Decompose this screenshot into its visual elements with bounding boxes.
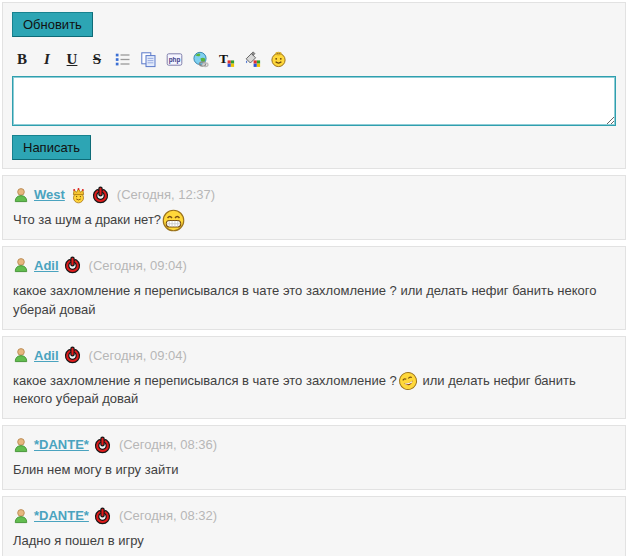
message-time: (Сегодня, 09:04): [89, 348, 187, 363]
grin-emoji-icon: [162, 209, 185, 232]
message-row: *DANTE* (Сегодня, 08:32) Ладно я пошел в…: [2, 496, 626, 556]
list-icon[interactable]: [114, 51, 131, 68]
fill-color-icon[interactable]: [244, 51, 261, 68]
username-link[interactable]: West: [34, 187, 65, 202]
underline-button[interactable]: U: [64, 51, 80, 68]
username-link[interactable]: *DANTE*: [34, 437, 89, 452]
message-time: (Сегодня, 09:04): [89, 258, 187, 273]
smiley-icon[interactable]: [270, 51, 287, 68]
post-form: Обновить B I U S Написать: [2, 2, 626, 169]
message-time: (Сегодня, 12:37): [117, 187, 215, 202]
username-link[interactable]: Adil: [34, 348, 59, 363]
strikethrough-button[interactable]: S: [89, 51, 105, 68]
message-text: Блин нем могу в игру зайти: [13, 461, 615, 480]
message-text: какое захломление я переписывался в чате…: [13, 282, 615, 320]
message-row: *DANTE* (Сегодня, 08:36) Блин нем могу в…: [2, 425, 626, 490]
message-time: (Сегодня, 08:36): [119, 437, 217, 452]
globe-link-icon[interactable]: [192, 51, 209, 68]
power-icon: [64, 346, 81, 364]
message-row: West (Сегодня, 12:37) Что за шум а драки…: [2, 175, 626, 240]
post-button[interactable]: Написать: [12, 135, 91, 160]
user-avatar-icon: [13, 437, 29, 453]
copy-icon[interactable]: [140, 51, 157, 68]
user-avatar-icon: [13, 257, 29, 273]
bold-button[interactable]: B: [14, 51, 30, 68]
php-icon[interactable]: [166, 51, 183, 68]
refresh-button[interactable]: Обновить: [12, 12, 93, 37]
message-text: Ладно я пошел в игру: [13, 532, 615, 551]
message-text-span: Что за шум а драки нет?: [13, 212, 161, 227]
italic-button[interactable]: I: [39, 51, 55, 68]
message-time: (Сегодня, 08:32): [119, 508, 217, 523]
power-icon: [64, 256, 81, 274]
bbcode-toolbar: B I U S: [14, 50, 616, 69]
font-color-icon[interactable]: [218, 51, 235, 68]
message-input[interactable]: [12, 76, 616, 126]
power-icon: [94, 507, 111, 525]
crown-icon: [70, 186, 87, 204]
username-link[interactable]: *DANTE*: [34, 508, 89, 523]
message-text: Что за шум а драки нет?: [13, 211, 615, 230]
user-avatar-icon: [13, 347, 29, 363]
message-row: Adil (Сегодня, 09:04) какое захломление …: [2, 246, 626, 330]
username-link[interactable]: Adil: [34, 258, 59, 273]
power-icon: [94, 436, 111, 454]
message-text-span: какое захломление я переписывался в чате…: [13, 373, 397, 388]
power-icon: [92, 186, 109, 204]
message-row: Adil (Сегодня, 09:04) какое захломление …: [2, 336, 626, 420]
user-avatar-icon: [13, 508, 29, 524]
message-text: какое захломление я переписывался в чате…: [13, 372, 615, 410]
user-avatar-icon: [13, 187, 29, 203]
laugh-emoji-icon: [398, 371, 418, 391]
